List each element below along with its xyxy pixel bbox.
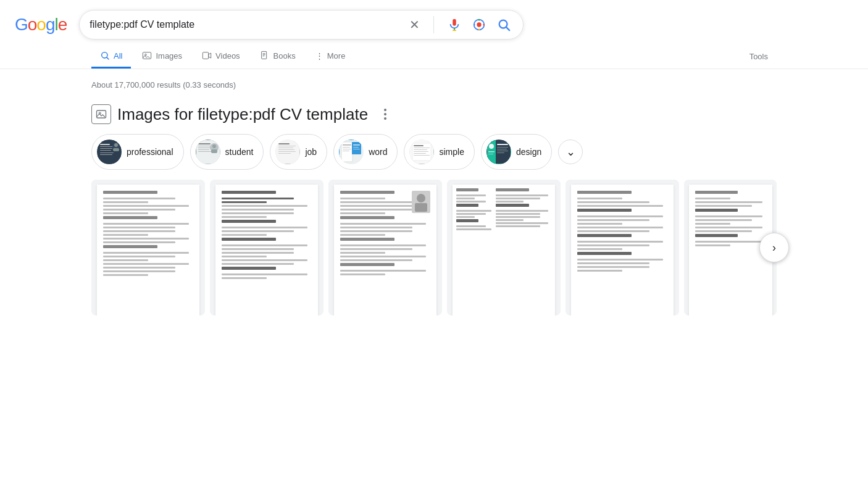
svg-rect-45 [278, 148, 293, 148]
images-tab-icon [142, 51, 152, 60]
svg-rect-64 [414, 151, 428, 152]
image-card-4-inner [447, 180, 561, 315]
image-card-1-inner [91, 180, 205, 315]
tools-button[interactable]: Tools [741, 46, 777, 67]
tab-videos-label: Videos [215, 51, 240, 60]
cv-photo [412, 191, 430, 213]
svg-rect-34 [198, 143, 211, 144]
cv-doc-3 [334, 185, 436, 315]
svg-rect-46 [278, 149, 294, 150]
chip-student[interactable]: student [190, 134, 264, 170]
tab-all[interactable]: All [91, 44, 131, 69]
logo-letter-o2: o [36, 15, 46, 35]
svg-rect-63 [414, 149, 427, 150]
tab-books[interactable]: Books [251, 44, 304, 69]
tab-all-label: All [114, 51, 122, 60]
svg-rect-75 [497, 151, 508, 151]
main-content: Images for filetype:pdf CV template [0, 94, 868, 320]
cv-doc-1 [97, 185, 199, 315]
chip-word-label: word [369, 147, 387, 157]
images-more-button[interactable] [380, 105, 390, 123]
header: Google ✕ [0, 0, 868, 40]
svg-rect-15 [202, 52, 208, 59]
image-card-3-inner [328, 180, 442, 315]
image-card-2[interactable] [210, 180, 323, 315]
svg-point-14 [145, 54, 147, 56]
search-button[interactable] [495, 15, 513, 34]
images-header-icon [91, 104, 111, 124]
lens-icon [472, 18, 486, 31]
clear-button[interactable]: ✕ [407, 15, 422, 35]
svg-rect-0 [453, 19, 457, 26]
tab-more[interactable]: ⋮ More [307, 45, 354, 69]
cv-doc-5 [571, 185, 674, 315]
chevron-down-icon: ⌄ [566, 145, 575, 159]
search-tab-icon [100, 51, 110, 60]
tab-books-label: Books [273, 51, 296, 60]
logo-letter-g2: g [46, 15, 55, 35]
search-icon [497, 18, 511, 31]
chip-professional-label: professional [127, 147, 173, 157]
svg-rect-24 [100, 144, 110, 145]
image-card-5[interactable] [565, 180, 679, 315]
chip-student-thumb [196, 140, 220, 164]
chip-student-label: student [225, 147, 254, 157]
mic-button[interactable] [445, 15, 464, 34]
svg-rect-28 [100, 152, 114, 153]
svg-rect-74 [497, 149, 507, 149]
chevron-right-icon: › [772, 241, 776, 254]
chip-word[interactable]: word [333, 134, 398, 170]
svg-rect-61 [414, 145, 424, 146]
google-logo[interactable]: Google [15, 15, 67, 35]
chip-more-button[interactable]: ⌄ [558, 140, 583, 164]
tab-images[interactable]: Images [133, 44, 191, 69]
svg-rect-43 [278, 143, 290, 144]
books-tab-icon [260, 51, 270, 60]
image-card-5-inner [565, 180, 679, 315]
chip-professional[interactable]: professional [91, 134, 184, 170]
svg-rect-53 [343, 149, 351, 149]
chip-design[interactable]: design [481, 134, 552, 170]
svg-rect-65 [414, 153, 426, 154]
svg-rect-71 [488, 154, 493, 154]
svg-rect-7 [474, 24, 475, 26]
search-bar-container: ✕ [79, 10, 524, 40]
lens-button[interactable] [470, 15, 488, 34]
image-card-4[interactable] [447, 180, 561, 315]
images-section-title: Images for filetype:pdf CV template [117, 105, 368, 124]
svg-point-69 [489, 144, 494, 149]
svg-rect-41 [211, 149, 217, 153]
svg-point-40 [212, 144, 216, 148]
svg-point-4 [477, 22, 482, 27]
chip-design-label: design [516, 147, 541, 157]
search-input[interactable] [90, 19, 401, 30]
cv-doc-2 [215, 185, 318, 315]
tab-more-label: More [327, 51, 346, 60]
svg-rect-52 [343, 147, 350, 148]
tab-images-label: Images [156, 51, 182, 60]
chip-simple[interactable]: simple [404, 134, 474, 170]
svg-rect-70 [488, 151, 495, 152]
svg-rect-72 [497, 144, 508, 145]
more-dots-icon: ⋮ [315, 51, 323, 60]
svg-point-31 [114, 143, 118, 147]
videos-tab-icon [202, 51, 212, 60]
next-button[interactable]: › [759, 233, 789, 262]
nav-tabs: All Images Videos Books ⋮ More Tools [0, 40, 868, 69]
chip-job-label: job [305, 147, 317, 157]
image-grid: › [91, 180, 777, 315]
svg-rect-37 [198, 149, 209, 150]
tab-videos[interactable]: Videos [193, 44, 249, 69]
chip-job-thumb [275, 140, 300, 164]
svg-rect-25 [100, 146, 114, 147]
image-card-2-inner [210, 180, 323, 315]
svg-rect-17 [261, 51, 266, 59]
svg-rect-55 [352, 142, 361, 154]
cv-line [103, 191, 157, 194]
svg-rect-62 [414, 148, 430, 148]
image-card-1[interactable] [91, 180, 205, 315]
image-card-3[interactable] [328, 180, 442, 315]
chip-job[interactable]: job [270, 134, 327, 170]
svg-rect-29 [100, 154, 112, 155]
chip-design-thumb [486, 140, 511, 164]
